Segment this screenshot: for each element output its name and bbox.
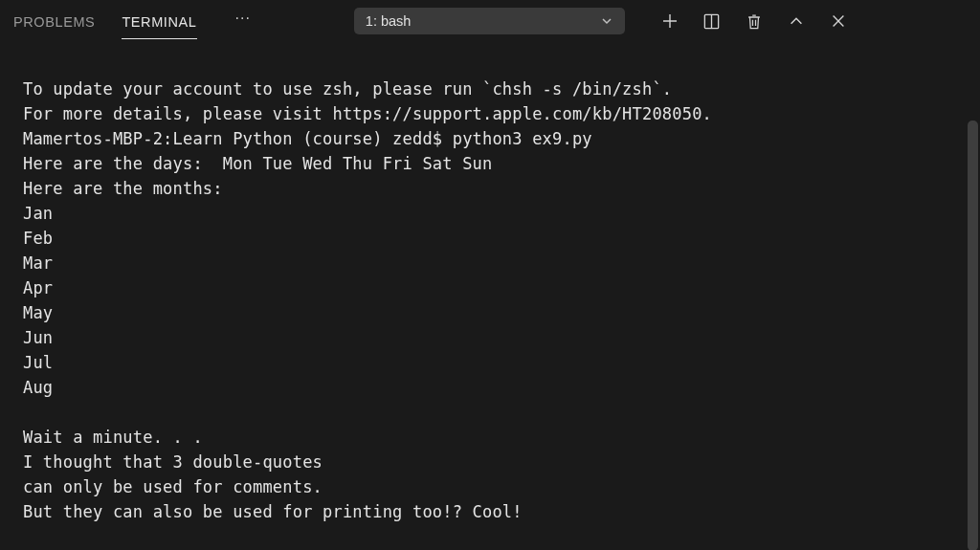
terminal-selector-dropdown[interactable]: 1: bash [354, 8, 625, 34]
terminal-line: May [23, 303, 53, 322]
panel-tabs: PROBLEMS TERMINAL ··· [13, 4, 251, 39]
terminal-line: can only be used for comments. [23, 477, 323, 496]
terminal-line: Jan [23, 204, 53, 223]
panel-actions [659, 11, 849, 32]
more-tabs-icon[interactable]: ··· [235, 10, 251, 33]
terminal-line: For more details, please visit https://s… [23, 104, 712, 123]
terminal-line: Mar [23, 253, 53, 273]
terminal-line: Mamertos-MBP-2:Learn Python (course) zed… [23, 129, 592, 148]
terminal-line: I thought that 3 double-quotes [23, 452, 323, 472]
maximize-panel-button[interactable] [786, 11, 807, 32]
terminal-line: Jul [23, 353, 53, 372]
close-panel-button[interactable] [828, 11, 849, 32]
terminal-line: To update your account to use zsh, pleas… [23, 79, 672, 99]
terminal-line: Apr [23, 278, 53, 297]
terminal-line: Feb [23, 229, 53, 248]
split-terminal-button[interactable] [702, 11, 723, 32]
chevron-down-icon [600, 14, 613, 28]
panel-header: PROBLEMS TERMINAL ··· 1: bash [0, 0, 980, 42]
terminal-line: Wait a minute. . . [23, 428, 203, 447]
dropdown-selected-label: 1: bash [366, 13, 412, 29]
terminal-line: Aug [23, 378, 53, 397]
new-terminal-button[interactable] [659, 11, 680, 32]
terminal-line: Here are the months: [23, 179, 223, 198]
terminal-line: But they can also be used for printing t… [23, 502, 523, 521]
terminal-line: Jun [23, 328, 53, 347]
tab-problems[interactable]: PROBLEMS [13, 4, 95, 38]
terminal-line: Here are the days: Mon Tue Wed Thu Fri S… [23, 154, 492, 173]
scrollbar-thumb[interactable] [968, 121, 978, 550]
tab-terminal[interactable]: TERMINAL [122, 4, 196, 39]
kill-terminal-button[interactable] [744, 11, 765, 32]
terminal-output[interactable]: To update your account to use zsh, pleas… [0, 42, 980, 550]
scrollbar-track[interactable] [968, 46, 978, 543]
